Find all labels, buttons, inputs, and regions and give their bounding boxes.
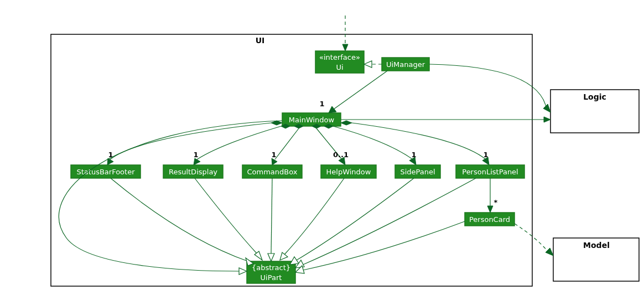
edge-pc-to-uipart	[303, 221, 465, 270]
node-resultdisplay-name: ResultDisplay	[169, 168, 217, 176]
arrow-external-to-ui	[342, 44, 348, 51]
uml-diagram: UI Logic Model «interface» Ui UiManager …	[0, 0, 644, 295]
arrow-mw-to-uipart	[239, 268, 247, 275]
edge-personcard-to-model	[515, 224, 548, 251]
node-ui-name: Ui	[336, 63, 343, 71]
node-uimanager-name: UiManager	[386, 60, 425, 69]
mult-pc: *	[494, 198, 498, 206]
edge-mw-to-uipart	[59, 121, 282, 271]
edge-cb-to-uipart	[271, 178, 272, 253]
node-personlistpanel-name: PersonListPanel	[462, 168, 518, 176]
arrow-mw-to-cb	[272, 158, 277, 165]
mult-plp: 1	[483, 151, 488, 159]
mult-rd: 1	[193, 151, 198, 159]
node-statusbarfooter-name: StatusBarFooter	[76, 168, 135, 176]
arrow-uimanager-to-ui	[364, 61, 372, 68]
arrow-uimanager-to-logic	[543, 104, 550, 112]
arrow-uimanager-to-mainwindow	[329, 106, 336, 113]
arrow-hw-to-uipart	[280, 252, 288, 260]
arrow-cb-to-uipart	[268, 253, 274, 261]
node-mainwindow-name: MainWindow	[289, 116, 335, 124]
mult-sp: 1	[411, 151, 416, 159]
node-uipart-stereotype: {abstract}	[252, 263, 290, 272]
diamond-mw-plp	[341, 121, 352, 125]
edge-mw-to-sbf	[110, 123, 271, 159]
node-ui-stereotype: «interface»	[319, 53, 360, 61]
node-helpwindow-name: HelpWindow	[326, 168, 371, 176]
edge-sbf-to-uipart	[111, 178, 248, 261]
edge-hw-to-uipart	[284, 178, 344, 255]
package-model-label: Model	[583, 241, 610, 250]
arrow-mainwindow-to-logic	[544, 117, 550, 122]
mult-cb: 1	[271, 151, 276, 159]
package-logic-label: Logic	[583, 92, 606, 101]
arrow-plp-to-pc	[487, 206, 493, 213]
arrow-personcard-to-model	[546, 248, 553, 256]
edge-mw-to-plp	[352, 123, 486, 159]
node-uipart-name: UiPart	[261, 273, 282, 282]
edge-plp-to-uipart	[303, 178, 476, 265]
arrow-sp-to-uipart	[290, 257, 299, 265]
mult-mainwindow: 1	[319, 100, 324, 108]
edge-uimanager-to-mainwindow	[333, 71, 387, 110]
package-ui-label: UI	[256, 36, 265, 45]
mult-hw: 0..1	[333, 151, 349, 159]
package-ui	[51, 34, 532, 286]
node-personcard-name: PersonCard	[469, 215, 510, 224]
edge-rd-to-uipart	[195, 178, 258, 255]
edge-mw-to-rd	[197, 126, 281, 159]
edge-mw-to-cb	[275, 128, 299, 159]
edge-uimanager-to-logic	[429, 64, 547, 110]
node-commandbox-name: CommandBox	[247, 168, 298, 176]
node-sidepanel-name: SidePanel	[400, 168, 435, 176]
